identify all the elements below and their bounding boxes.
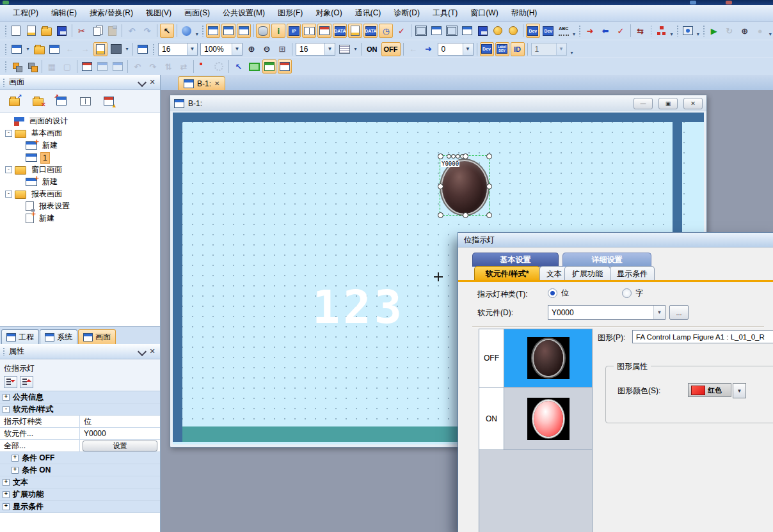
export-window-icon[interactable] (278, 59, 292, 74)
id-display[interactable]: ID (511, 42, 525, 56)
nav-forward-icon[interactable]: → (78, 42, 92, 56)
document-tab[interactable]: B-1: ✕ (178, 76, 225, 90)
prop-section-软元件/样式[interactable]: -软元件/样式 (0, 403, 160, 416)
prop-value[interactable]: 位 (80, 416, 160, 427)
state-combo[interactable]: 0▼ (438, 43, 474, 56)
screen-alarm-button[interactable]: ▲ (100, 93, 118, 109)
undo-icon[interactable]: ↶ (125, 24, 139, 38)
redo-icon[interactable]: ↷ (140, 24, 154, 38)
state-prev-icon[interactable]: ← (406, 42, 420, 56)
tree-item-新建[interactable]: 新建 (0, 139, 160, 152)
rotate-left-icon[interactable]: ↶ (131, 59, 145, 74)
screen-property-icon[interactable] (237, 24, 251, 38)
dock-tab-工程[interactable]: 工程 (1, 329, 39, 344)
select-area-icon[interactable] (247, 59, 261, 74)
shape-color-button[interactable]: 红色 (688, 383, 731, 397)
object-setting-icon[interactable] (212, 59, 226, 74)
resize-handle[interactable] (438, 184, 443, 189)
write-to-got-icon[interactable]: ➜ (583, 24, 597, 38)
menu-item-4[interactable]: 视图(V) (139, 6, 178, 20)
simulator-find-icon[interactable]: ⊕ (738, 24, 752, 38)
group-icon[interactable]: ▦ (45, 59, 59, 74)
close-icon[interactable]: ✕ (147, 77, 157, 88)
tree-item-新建[interactable]: 新建 (0, 176, 160, 188)
chevron-down-icon[interactable]: ▼ (187, 43, 197, 55)
simulator-set-icon[interactable]: ↻ (722, 24, 737, 38)
shape-name-field[interactable]: FA Control Lamp Figure A1 : L_01_0_R (632, 330, 773, 343)
font-size-combo[interactable]: 16▼ (158, 43, 198, 56)
zoom-out-icon[interactable]: ⊖ (260, 42, 274, 56)
state-off[interactable]: OFF (381, 42, 401, 56)
dialog-tab-显示条件[interactable]: 显示条件 (610, 266, 655, 281)
expander-icon[interactable]: + (3, 394, 10, 401)
edit-vertex-icon[interactable] (196, 59, 211, 74)
screen-find-icon[interactable] (460, 24, 474, 38)
radio-bit[interactable]: 位 (548, 288, 569, 299)
chevron-down-icon[interactable]: ▼ (556, 43, 566, 55)
parts-list-icon[interactable] (317, 24, 331, 38)
screen-window-icon[interactable] (221, 24, 235, 38)
screen-image-list-icon[interactable] (136, 42, 150, 56)
canvas-number-text[interactable]: 123 (312, 280, 405, 334)
preview-row-ON[interactable]: ON (479, 387, 592, 450)
tree-item-窗口画面[interactable]: -窗口画面 (0, 164, 160, 176)
system-tree-icon[interactable] (654, 24, 668, 38)
read-from-got-icon[interactable]: ⬅ (598, 24, 612, 38)
panel-grip[interactable] (3, 78, 5, 87)
restore-icon[interactable]: ▣ (658, 98, 678, 109)
new-project-icon[interactable] (9, 24, 23, 38)
prop-row-软元件...[interactable]: 软元件...Y0000 (0, 428, 160, 440)
device-comment-icon[interactable]: Dev (541, 24, 555, 38)
time-action-icon[interactable]: ◷ (379, 24, 393, 38)
bring-to-front-icon[interactable] (10, 59, 24, 74)
window-switch-icon[interactable] (429, 24, 443, 38)
chevron-down-icon[interactable]: ▼ (463, 43, 473, 55)
chevron-down-icon[interactable]: ▼ (653, 306, 665, 319)
screen-memo-button[interactable] (76, 93, 94, 109)
panel-grip[interactable] (3, 347, 5, 356)
communication-setup-icon[interactable]: ⇆ (634, 24, 648, 38)
align-window-icon[interactable] (80, 59, 94, 74)
expander-icon[interactable]: + (3, 479, 10, 486)
expander-icon[interactable]: + (3, 503, 10, 510)
screen-frame-icon[interactable] (445, 24, 459, 38)
device-display-icon[interactable]: Dev (480, 42, 494, 56)
state-on[interactable]: ON (364, 42, 380, 56)
tree-expander-icon[interactable]: - (5, 130, 12, 137)
package-open-icon[interactable] (506, 24, 520, 38)
zoom-fit-icon[interactable]: ⊞ (275, 42, 289, 56)
dropdown-caret-icon[interactable]: ▾ (24, 42, 31, 56)
toolbar-overflow-icon[interactable]: ▾ (669, 23, 674, 38)
simulator-stop-icon[interactable]: ● (753, 24, 767, 38)
save-project-icon[interactable] (55, 24, 69, 38)
preview-row-OFF[interactable]: OFF (479, 329, 592, 387)
dialog-tab-软元件/样式*[interactable]: 软元件/样式* (474, 266, 540, 281)
nav-back-icon[interactable]: ← (63, 42, 77, 56)
send-to-back-icon[interactable] (25, 59, 39, 74)
prop-view-category-icon[interactable] (4, 376, 17, 388)
ip-setting-icon[interactable]: IP (287, 24, 301, 38)
tab-close-icon[interactable]: ✕ (214, 80, 219, 87)
expander-icon[interactable]: + (3, 491, 10, 498)
align-paste-icon[interactable] (95, 59, 109, 74)
tree-expander-icon[interactable]: - (5, 191, 12, 198)
prop-settings-button[interactable]: 设置 (83, 441, 157, 451)
simulator-start-icon[interactable]: ▶ (707, 24, 721, 38)
toolbar-overflow-icon[interactable]: ▾ (568, 42, 576, 57)
fill-color-icon[interactable] (109, 42, 123, 56)
menu-item-12[interactable]: 窗口(W) (464, 6, 504, 20)
language-combo[interactable]: 1▼ (531, 43, 567, 56)
resize-handle[interactable] (486, 212, 492, 218)
copy-icon[interactable] (90, 24, 104, 38)
prop-section-文本[interactable]: +文本 (0, 476, 160, 489)
data-list-icon[interactable]: DATA (333, 24, 347, 38)
toolbar-overflow-icon[interactable]: ▾ (571, 23, 577, 38)
dropdown-caret-icon[interactable]: ▾ (124, 42, 131, 56)
open-project-icon[interactable] (40, 24, 54, 38)
save-red-icon[interactable] (475, 24, 490, 38)
resize-handle[interactable] (463, 153, 468, 159)
zoom-combo[interactable]: 100%▼ (200, 43, 243, 56)
color-dropdown-button[interactable]: ▼ (733, 383, 746, 398)
dock-tab-画面[interactable]: 画面 (78, 329, 116, 344)
bit-lamp-shape[interactable] (442, 161, 487, 214)
